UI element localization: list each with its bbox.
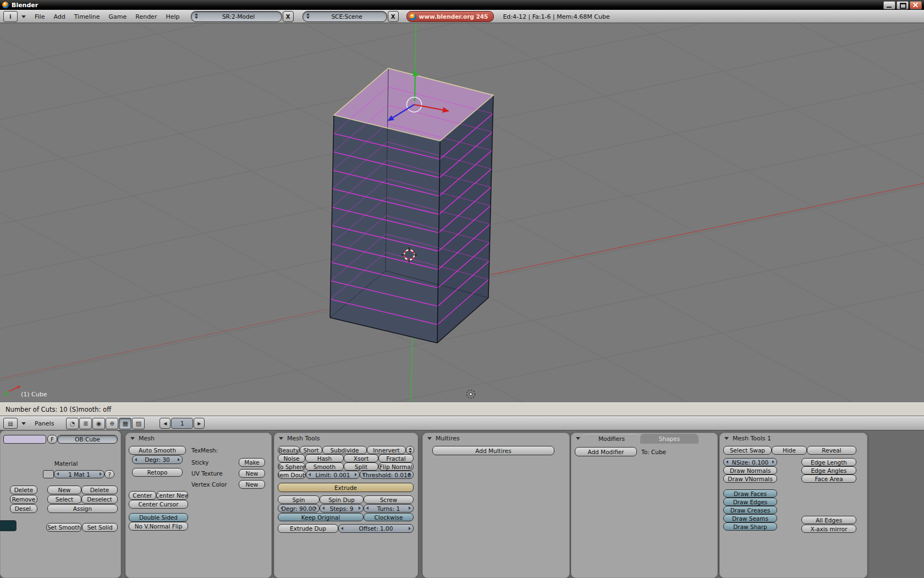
- minimize-button[interactable]: [883, 1, 895, 9]
- nsize-field[interactable]: NSize: 0.100: [723, 458, 777, 466]
- panels-menu[interactable]: Panels: [30, 419, 58, 428]
- vgroup-remove-button[interactable]: Remove: [10, 495, 37, 504]
- material-delete-button[interactable]: Delete: [81, 486, 118, 494]
- menu-game[interactable]: Game: [105, 12, 131, 21]
- hash-button[interactable]: Hash: [305, 454, 344, 462]
- material-index-field[interactable]: 1 Mat 1: [54, 470, 105, 478]
- sticky-make-button[interactable]: Make: [239, 458, 265, 467]
- menu-render[interactable]: Render: [131, 12, 161, 21]
- steps-field[interactable]: Steps: 9: [320, 504, 364, 512]
- beauty-toggle[interactable]: Beauty: [278, 446, 300, 454]
- material-assign-button[interactable]: Assign: [47, 504, 118, 513]
- context-editing-button[interactable]: ▦: [119, 418, 131, 429]
- degr-field[interactable]: Degr: 30: [132, 455, 183, 464]
- xsort-button[interactable]: Xsort: [344, 454, 378, 462]
- vgroup-desel-button[interactable]: Desel.: [10, 504, 37, 513]
- all-edges-toggle[interactable]: All Edges: [801, 516, 856, 524]
- scene-selector[interactable]: SCE:Scene: [302, 11, 387, 22]
- window-type-button[interactable]: i: [3, 11, 18, 22]
- viewport-3d[interactable]: (1) Cube: [0, 23, 924, 402]
- subdivide-button[interactable]: Subdivide: [322, 446, 367, 454]
- reveal-button[interactable]: Reveal: [807, 446, 856, 455]
- panel-collapse-icon[interactable]: [427, 437, 432, 440]
- context-logic-button[interactable]: ◔: [66, 418, 79, 429]
- material-help-button[interactable]: ?: [105, 470, 114, 478]
- draw-normals-toggle[interactable]: Draw Normals: [723, 466, 777, 475]
- screw-button[interactable]: Screw: [364, 495, 414, 504]
- panel-collapse-icon[interactable]: [130, 437, 135, 440]
- frame-next-button[interactable]: ▶: [194, 418, 205, 429]
- context-object-button[interactable]: ⊕: [106, 418, 118, 429]
- screen-delete-button[interactable]: X: [283, 11, 294, 22]
- draw-creases-toggle[interactable]: Draw Creases: [723, 506, 777, 514]
- center-button[interactable]: Center: [129, 491, 156, 500]
- turns-field[interactable]: Turns: 1: [364, 504, 414, 512]
- smooth-button[interactable]: Smooth: [305, 462, 344, 471]
- no-vnormal-flip-toggle[interactable]: No V.Normal Flip: [129, 522, 188, 531]
- object-name-field[interactable]: OB:Cube: [57, 435, 118, 444]
- limit-field[interactable]: Limit: 0.001: [306, 471, 360, 479]
- spin-button[interactable]: Spin: [278, 495, 320, 504]
- keep-original-toggle[interactable]: Keep Original: [278, 513, 364, 521]
- split-button[interactable]: Split: [344, 462, 378, 471]
- face-area-toggle[interactable]: Face Area: [801, 475, 856, 483]
- panel-collapse-icon[interactable]: [279, 437, 283, 440]
- add-modifier-button[interactable]: Add Modifier: [575, 447, 637, 456]
- edge-length-toggle[interactable]: Edge Length: [801, 458, 856, 466]
- context-shading-button[interactable]: ◉: [92, 418, 105, 429]
- color-swatch[interactable]: [0, 520, 16, 531]
- material-new-button[interactable]: New: [47, 486, 81, 494]
- threshold-field[interactable]: Threshold: 0.010: [360, 471, 414, 479]
- menu-timeline[interactable]: Timeline: [70, 12, 105, 21]
- noise-button[interactable]: Noise: [278, 454, 305, 462]
- offset-field[interactable]: Offset: 1.00: [338, 524, 414, 533]
- rem-doubles-button[interactable]: Rem Doubl: [278, 471, 306, 479]
- hide-button[interactable]: Hide: [772, 446, 807, 455]
- fake-user-button[interactable]: F: [47, 435, 57, 444]
- header-collapse-icon[interactable]: [21, 422, 26, 425]
- subdivide-menu-button[interactable]: [406, 446, 414, 454]
- screen-selector[interactable]: SR:2-Model: [191, 11, 282, 22]
- vgroup-delete-button[interactable]: Delete: [10, 486, 37, 494]
- panel-collapse-icon[interactable]: [576, 437, 580, 440]
- extrude-button[interactable]: Extrude: [278, 483, 414, 492]
- menu-file[interactable]: File: [30, 12, 49, 21]
- context-scene-button[interactable]: ▨: [132, 418, 145, 429]
- material-deselect-button[interactable]: Deselect: [81, 495, 118, 504]
- draw-seams-toggle[interactable]: Draw Seams: [723, 514, 777, 522]
- vertex-color-new-button[interactable]: New: [239, 480, 265, 489]
- fractal-button[interactable]: Fractal: [378, 454, 414, 462]
- tab-shapes[interactable]: Shapes: [640, 434, 698, 444]
- frame-number-field[interactable]: 1: [171, 418, 193, 429]
- clockwise-toggle[interactable]: Clockwise: [364, 513, 414, 521]
- close-button[interactable]: [910, 1, 922, 9]
- spin-degr-field[interactable]: Degr: 90.00: [278, 504, 320, 512]
- maximize-button[interactable]: [897, 1, 909, 9]
- spin-dup-button[interactable]: Spin Dup: [320, 495, 364, 504]
- add-multires-button[interactable]: Add Multires: [432, 446, 554, 455]
- header-collapse-icon[interactable]: [21, 15, 26, 18]
- center-new-button[interactable]: Center New: [156, 491, 188, 500]
- panel-collapse-icon[interactable]: [724, 437, 729, 440]
- retopo-toggle[interactable]: Retopo: [132, 468, 183, 477]
- scene-delete-button[interactable]: X: [388, 11, 399, 22]
- to-sphere-button[interactable]: To Sphere: [278, 462, 305, 471]
- frame-prev-button[interactable]: ◀: [160, 418, 170, 429]
- uv-texture-new-button[interactable]: New: [239, 469, 265, 478]
- menu-add[interactable]: Add: [49, 12, 69, 21]
- draw-sharp-toggle[interactable]: Draw Sharp: [723, 522, 777, 531]
- innervert-button[interactable]: Innervert: [367, 446, 406, 454]
- auto-smooth-toggle[interactable]: Auto Smooth: [129, 446, 186, 455]
- draw-edges-toggle[interactable]: Draw Edges: [723, 498, 777, 506]
- double-sided-toggle[interactable]: Double Sided: [129, 513, 188, 522]
- draw-faces-toggle[interactable]: Draw Faces: [723, 489, 777, 498]
- x-axis-mirror-toggle[interactable]: X-axis mirror: [801, 525, 856, 533]
- short-toggle[interactable]: Short: [300, 446, 322, 454]
- viewport-canvas[interactable]: (1) Cube: [0, 23, 924, 402]
- set-solid-button[interactable]: Set Solid: [82, 523, 118, 532]
- center-cursor-button[interactable]: Center Cursor: [129, 500, 188, 509]
- context-script-button[interactable]: ≣: [79, 418, 92, 429]
- flip-normal-button[interactable]: Flip Normal: [378, 462, 414, 471]
- material-preview-swatch[interactable]: [43, 470, 54, 478]
- select-swap-button[interactable]: Select Swap: [723, 446, 772, 455]
